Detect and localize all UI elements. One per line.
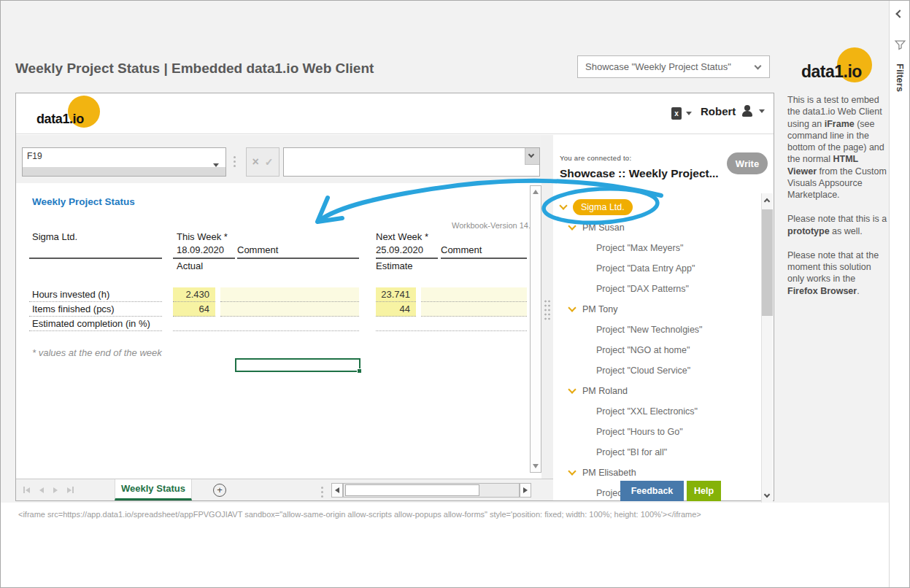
feedback-button[interactable]: Feedback [620, 481, 684, 501]
sheet-vertical-scrollbar[interactable] [530, 185, 541, 473]
add-sheet-button[interactable] [213, 484, 226, 497]
panel-scrollbar[interactable] [761, 193, 773, 503]
chevron-down-icon[interactable] [568, 222, 576, 230]
tab-weekly-status[interactable]: Weekly Status [115, 479, 192, 500]
next-week-comment-cell[interactable] [421, 287, 527, 302]
collapse-pane-icon[interactable] [895, 9, 903, 18]
tree-item[interactable]: PM Elisabeth [553, 463, 760, 483]
formula-expand-button[interactable] [525, 148, 539, 165]
next-week-header: Next Week * [376, 231, 428, 242]
chevron-down-icon[interactable] [568, 467, 576, 475]
client-header: data1.io Robert [16, 93, 774, 134]
connected-label: You are connected to: [560, 154, 631, 162]
tree-item[interactable]: Project "Hours to Go" [553, 422, 760, 442]
tree-item[interactable]: Project "Max Meyers" [553, 238, 760, 258]
logo-text: data1.io [801, 62, 862, 82]
scrollbar-thumb[interactable] [762, 209, 773, 316]
this-week-comment-cell[interactable] [220, 287, 359, 302]
this-week-value-cell[interactable]: 64 [173, 302, 215, 317]
name-box-strip [23, 167, 225, 176]
row-label: Hours invested (h) [29, 287, 162, 302]
formula-bar-input[interactable] [283, 147, 540, 177]
first-sheet-icon[interactable] [23, 487, 30, 493]
iframe-embed-code: <iframe src=https://app.data1.io/spreads… [18, 510, 836, 519]
tree-item[interactable]: Project "New Technolgies" [553, 320, 760, 340]
report-slicer-dropdown[interactable]: Showcase "Weekly Project Status" [577, 55, 770, 78]
next-week-value-cell[interactable]: 44 [376, 302, 416, 317]
chevron-down-icon[interactable] [568, 385, 576, 393]
connection-panel: You are connected to: Showcase :: Weekly… [553, 135, 774, 500]
scroll-down-icon[interactable] [533, 464, 539, 468]
company-label: Sigma Ltd. [32, 231, 77, 242]
selected-node-pill: Sigma Ltd. [573, 199, 633, 215]
chevron-down-icon [755, 63, 762, 70]
user-menu[interactable]: Robert [701, 105, 765, 117]
next-week-value-cell[interactable]: 23.741 [376, 287, 416, 302]
this-week-value-cell[interactable]: 2.430 [173, 287, 215, 302]
scroll-up-icon[interactable] [764, 198, 770, 204]
sheet-nav-buttons [23, 487, 74, 493]
splitter-grip[interactable] [544, 299, 551, 321]
tree-item[interactable]: Project "NGO at home" [553, 340, 760, 360]
connection-tree: Sigma Ltd. PM Susan Project "Max Meyers"… [553, 197, 760, 503]
scroll-down-icon[interactable] [764, 492, 770, 498]
write-button[interactable]: Write [727, 152, 768, 174]
this-week-comment-cell[interactable] [220, 302, 359, 317]
last-sheet-icon[interactable] [67, 487, 74, 493]
excel-export-menu[interactable] [671, 107, 692, 120]
formula-toolbar: F19 [16, 135, 541, 183]
tree-item[interactable]: Project "Data Entry App" [553, 258, 760, 279]
this-week-header: This Week * [177, 231, 228, 242]
next-week-comment-cell[interactable] [421, 302, 527, 317]
tree-item[interactable]: PM Roland [553, 381, 760, 401]
side-note-text: This is a test to embed the data1.io Web… [787, 94, 888, 309]
tree-item[interactable]: PM Tony [553, 299, 760, 320]
filters-pane-label: Filters [895, 63, 906, 92]
tree-item[interactable]: PM Susan [553, 217, 760, 238]
next-week-date: 25.09.2020 [376, 244, 423, 255]
tabbar-separator-dots [321, 487, 323, 498]
toolbar-separator-dots [234, 156, 236, 167]
tree-item[interactable]: Project "XXL Electronics" [553, 401, 760, 422]
scroll-right-button[interactable] [520, 483, 531, 498]
filters-pane: Filters [889, 1, 910, 587]
cell-name-box[interactable]: F19 [22, 147, 226, 177]
scrollbar-thumb[interactable] [345, 484, 479, 496]
confirm-icon[interactable] [265, 155, 274, 169]
this-week-date: 18.09.2020 [177, 244, 224, 255]
help-button[interactable]: Help [687, 481, 721, 501]
header-underline [441, 258, 527, 259]
client-logo-text: data1.io [36, 112, 84, 127]
data1io-logo: data1.io [787, 46, 882, 88]
this-week-empty-cells[interactable] [173, 317, 359, 331]
chevron-down-icon[interactable] [568, 303, 576, 312]
tree-item-sigma[interactable]: Sigma Ltd. [553, 197, 760, 217]
cancel-icon[interactable] [252, 155, 258, 169]
connection-name: Showcase :: Weekly Project... [560, 167, 719, 180]
caret-down-icon [759, 109, 765, 113]
pane-splitter [541, 135, 553, 500]
header-underline [29, 258, 162, 259]
footnote: * values at the end of the week [32, 347, 162, 358]
tree-item[interactable]: Project "Cloud Service" [553, 360, 760, 381]
chevron-down-icon[interactable] [559, 201, 567, 209]
this-week-comment-header: Comment [237, 244, 278, 255]
tree-item[interactable]: Project "BI for all" [553, 442, 760, 463]
next-week-empty-cells[interactable] [376, 317, 527, 331]
previous-sheet-icon[interactable] [39, 487, 44, 493]
scroll-left-button[interactable] [331, 483, 343, 498]
next-sheet-icon[interactable] [53, 487, 58, 493]
caret-down-icon [213, 163, 219, 167]
estimate-label: Estimate [376, 260, 413, 271]
workbook-version: Workbook-Version 14. [452, 221, 531, 230]
tree-item[interactable]: Project "DAX Patterns" [553, 279, 760, 299]
person-icon [741, 105, 753, 117]
active-cell-reference: F19 [27, 151, 42, 161]
actual-label: Actual [177, 260, 203, 271]
sheet-title: Weekly Project Status [32, 196, 135, 207]
scroll-up-icon[interactable] [533, 190, 539, 194]
sheet-horizontal-scrollbar[interactable] [343, 483, 520, 498]
page-title: Weekly Project Status | Embedded data1.i… [15, 61, 374, 77]
excel-file-icon [671, 107, 682, 120]
selected-cell[interactable] [235, 358, 360, 372]
